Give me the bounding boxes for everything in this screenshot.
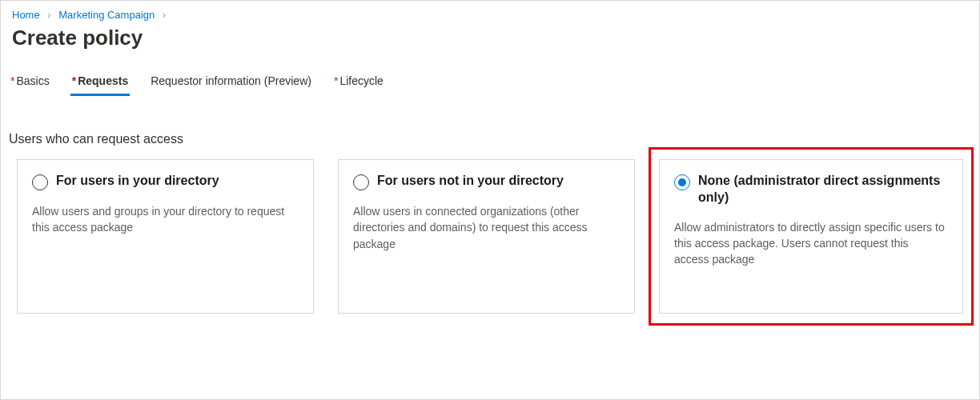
card-title: For users in your directory [56, 173, 219, 190]
card-title: For users not in your directory [377, 173, 564, 190]
tab-requestor-information[interactable]: Requestor information (Preview) [149, 73, 313, 94]
tab-label: Basics [16, 74, 49, 87]
radio-button[interactable] [674, 174, 690, 190]
breadcrumb-marketing-campaign[interactable]: Marketing Campaign [58, 9, 155, 21]
tab-requests[interactable]: *Requests [70, 73, 130, 94]
radio-button[interactable] [32, 174, 48, 190]
highlight-box: None (administrator direct assignments o… [649, 147, 974, 326]
card-none-admin-direct[interactable]: None (administrator direct assignments o… [659, 159, 963, 314]
chevron-right-icon: › [42, 9, 55, 21]
chevron-right-icon: › [158, 9, 171, 21]
required-indicator: * [72, 74, 76, 87]
breadcrumb-home[interactable]: Home [12, 9, 40, 21]
tab-basics[interactable]: *Basics [9, 73, 51, 94]
card-description: Allow users and groups in your directory… [32, 203, 297, 236]
tab-label: Requests [78, 74, 128, 87]
card-users-in-directory[interactable]: For users in your directory Allow users … [17, 159, 314, 314]
card-header: None (administrator direct assignments o… [674, 173, 946, 206]
radio-button[interactable] [353, 174, 369, 190]
breadcrumb: Home › Marketing Campaign › [1, 1, 979, 24]
card-header: For users in your directory [32, 173, 297, 190]
card-title: None (administrator direct assignments o… [698, 173, 946, 206]
card-users-not-in-directory[interactable]: For users not in your directory Allow us… [338, 159, 635, 314]
card-header: For users not in your directory [353, 173, 618, 190]
required-indicator: * [334, 74, 338, 87]
card-description: Allow administrators to directly assign … [674, 219, 946, 268]
card-description: Allow users in connected organizations (… [353, 203, 618, 252]
required-indicator: * [10, 74, 14, 87]
tabs: *Basics *Requests Requestor information … [1, 73, 979, 94]
tab-label: Lifecycle [339, 74, 383, 87]
page-title: Create policy [1, 24, 979, 73]
tab-label: Requestor information (Preview) [151, 74, 311, 87]
radio-card-group: For users in your directory Allow users … [1, 159, 979, 314]
tab-lifecycle[interactable]: *Lifecycle [332, 73, 385, 94]
